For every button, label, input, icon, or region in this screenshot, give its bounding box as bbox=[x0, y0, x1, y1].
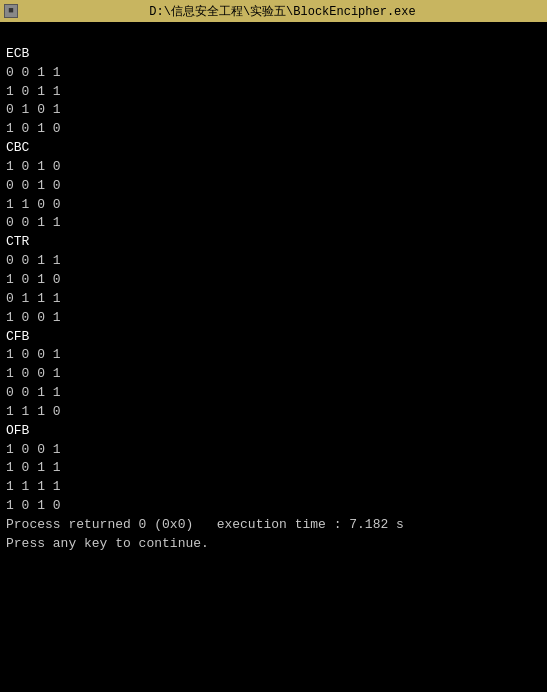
console-line: 0 1 1 1 bbox=[6, 290, 541, 309]
title-bar: ■ D:\信息安全工程\实验五\BlockEncipher.exe bbox=[0, 0, 547, 22]
console-line: Process returned 0 (0x0) execution time … bbox=[6, 516, 541, 535]
console-line: 1 0 0 1 bbox=[6, 346, 541, 365]
console-line: CFB bbox=[6, 328, 541, 347]
console-line: 0 0 1 1 bbox=[6, 64, 541, 83]
console-line: ECB bbox=[6, 45, 541, 64]
console-output: ECB0 0 1 11 0 1 10 1 0 11 0 1 0CBC1 0 1 … bbox=[0, 22, 547, 692]
console-line: 1 0 0 1 bbox=[6, 309, 541, 328]
console-line: 1 0 0 1 bbox=[6, 365, 541, 384]
console-line: 0 1 0 1 bbox=[6, 101, 541, 120]
console-line: 1 0 1 0 bbox=[6, 497, 541, 516]
console-line: 1 0 1 1 bbox=[6, 459, 541, 478]
console-line: 1 1 1 0 bbox=[6, 403, 541, 422]
console-line: 1 1 1 1 bbox=[6, 478, 541, 497]
title-bar-text: D:\信息安全工程\实验五\BlockEncipher.exe bbox=[22, 3, 543, 20]
console-line: CBC bbox=[6, 139, 541, 158]
console-line: 1 0 1 0 bbox=[6, 120, 541, 139]
console-line: 1 0 1 1 bbox=[6, 83, 541, 102]
console-line: 1 1 0 0 bbox=[6, 196, 541, 215]
console-line: 0 0 1 1 bbox=[6, 384, 541, 403]
console-line: 1 0 1 0 bbox=[6, 271, 541, 290]
console-line: CTR bbox=[6, 233, 541, 252]
console-line: 0 0 1 1 bbox=[6, 214, 541, 233]
console-line: 0 0 1 1 bbox=[6, 252, 541, 271]
console-line: OFB bbox=[6, 422, 541, 441]
console-line: 1 0 1 0 bbox=[6, 158, 541, 177]
console-line: 1 0 0 1 bbox=[6, 441, 541, 460]
console-line: 0 0 1 0 bbox=[6, 177, 541, 196]
console-line: Press any key to continue. bbox=[6, 535, 541, 554]
window-icon: ■ bbox=[4, 4, 18, 18]
